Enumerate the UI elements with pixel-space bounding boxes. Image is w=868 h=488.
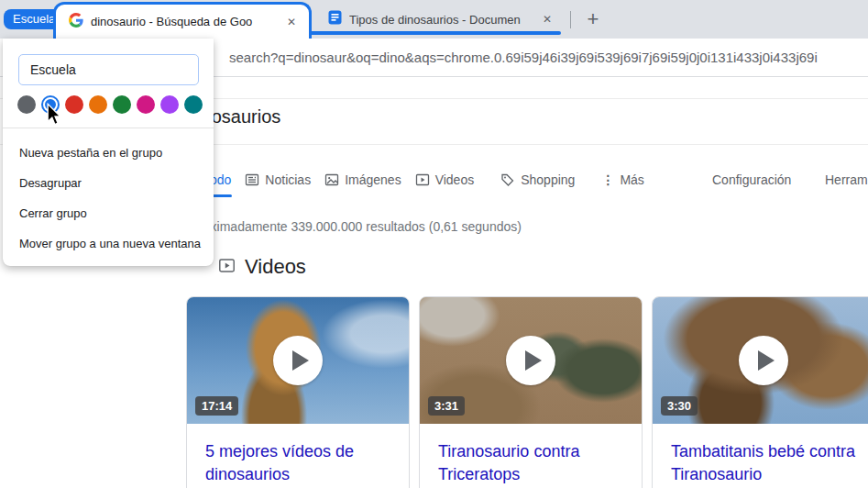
tab-google-docs[interactable]: Tipos de dinosaurios - Documen ✕ — [317, 5, 563, 34]
menu-item-new-tab-in-group[interactable]: Nueva pestaña en el grupo — [3, 138, 214, 168]
duration-badge: 17:14 — [195, 396, 238, 416]
duration-badge: 3:30 — [661, 396, 698, 416]
more-dots-icon: ⋮ — [601, 172, 614, 187]
color-swatch-red[interactable] — [65, 95, 83, 114]
mouse-cursor — [46, 103, 62, 130]
video-thumbnail[interactable]: 3:31 — [420, 297, 642, 424]
results-stats: Aproximadamente 339.000.000 resultados (… — [183, 219, 522, 234]
tab-imagenes[interactable]: Imágenes — [324, 172, 401, 187]
tab-strip: Escuela dinosaurio - Búsqueda de Goo ✕ T… — [0, 0, 868, 39]
video-results: 17:14 5 mejores vídeos de dinosaurios 3:… — [186, 296, 868, 488]
nav-label: Videos — [435, 172, 475, 187]
video-thumbnail[interactable]: 17:14 — [187, 297, 409, 424]
color-swatch-purple[interactable] — [160, 95, 179, 114]
news-icon — [245, 172, 259, 187]
nav-label: Noticias — [265, 172, 311, 187]
video-card[interactable]: 17:14 5 mejores vídeos de dinosaurios — [186, 296, 410, 488]
tab-mas[interactable]: ⋮ Más — [601, 172, 643, 187]
play-icon[interactable] — [739, 336, 788, 385]
video-title-link[interactable]: 5 mejores vídeos de dinosaurios — [187, 424, 409, 486]
menu-item-move-group[interactable]: Mover grupo a una nueva ventana — [3, 228, 214, 259]
tools-link[interactable]: Herramientas — [825, 172, 868, 187]
google-favicon-icon — [69, 13, 83, 31]
video-title-link[interactable]: Tambatitanis bebé contra Tiranosaurio — [653, 424, 868, 486]
nav-label: Imágenes — [345, 172, 401, 187]
video-icon — [415, 172, 430, 187]
play-icon[interactable] — [506, 336, 555, 385]
close-tab-icon[interactable]: ✕ — [539, 11, 555, 28]
address-bar[interactable]: search?q=dinosaur&oq=dino&aqs=chrome.0.6… — [229, 50, 868, 65]
videos-heading: Videos — [245, 255, 306, 279]
video-thumbnail[interactable]: 3:30 — [653, 297, 868, 424]
search-nav: Todo Noticias Imágenes Vid — [203, 172, 644, 187]
nav-label: Shopping — [521, 172, 575, 187]
menu-separator — [3, 128, 214, 128]
tab-shopping[interactable]: Shopping — [500, 172, 575, 187]
tab-videos[interactable]: Videos — [415, 172, 475, 187]
tag-icon — [500, 172, 515, 187]
video-card[interactable]: 3:30 Tambatitanis bebé contra Tiranosaur… — [652, 296, 868, 488]
nav-label: Más — [620, 172, 643, 187]
video-card[interactable]: 3:31 Tiranosaurio contra Triceratops — [419, 296, 643, 488]
group-name-input[interactable] — [18, 54, 199, 85]
docs-favicon-icon — [328, 10, 342, 28]
menu-item-ungroup[interactable]: Desagrupar — [3, 168, 214, 198]
tab-group-menu: Nueva pestaña en el grupo Desagrupar Cer… — [3, 39, 214, 266]
color-swatch-grey[interactable] — [17, 95, 36, 114]
tab-noticias[interactable]: Noticias — [245, 172, 311, 187]
color-swatch-pink[interactable] — [137, 95, 155, 114]
menu-item-close-group[interactable]: Cerrar grupo — [3, 198, 214, 228]
new-tab-button[interactable]: + — [581, 7, 605, 31]
tab-separator — [570, 11, 571, 28]
video-title-link[interactable]: Tiranosaurio contra Triceratops — [420, 424, 642, 486]
duration-badge: 3:31 — [428, 396, 465, 416]
video-section-icon — [218, 257, 236, 278]
color-swatch-green[interactable] — [113, 95, 131, 114]
videos-section-header: Videos — [218, 255, 306, 279]
menu-item-list: Nueva pestaña en el grupo Desagrupar Cer… — [3, 138, 214, 259]
close-tab-icon[interactable]: ✕ — [283, 14, 300, 30]
color-swatch-teal[interactable] — [184, 95, 203, 114]
tab-group-underline — [312, 31, 561, 35]
color-swatch-orange[interactable] — [89, 95, 107, 114]
tab-title: Tipos de dinosaurios - Documen — [349, 13, 532, 27]
image-icon — [324, 172, 339, 187]
tab-title: dinosaurio - Búsqueda de Goo — [91, 15, 276, 28]
play-icon[interactable] — [273, 336, 323, 385]
tab-google-search[interactable]: dinosaurio - Búsqueda de Goo ✕ — [53, 2, 312, 39]
settings-link[interactable]: Configuración — [712, 172, 791, 187]
